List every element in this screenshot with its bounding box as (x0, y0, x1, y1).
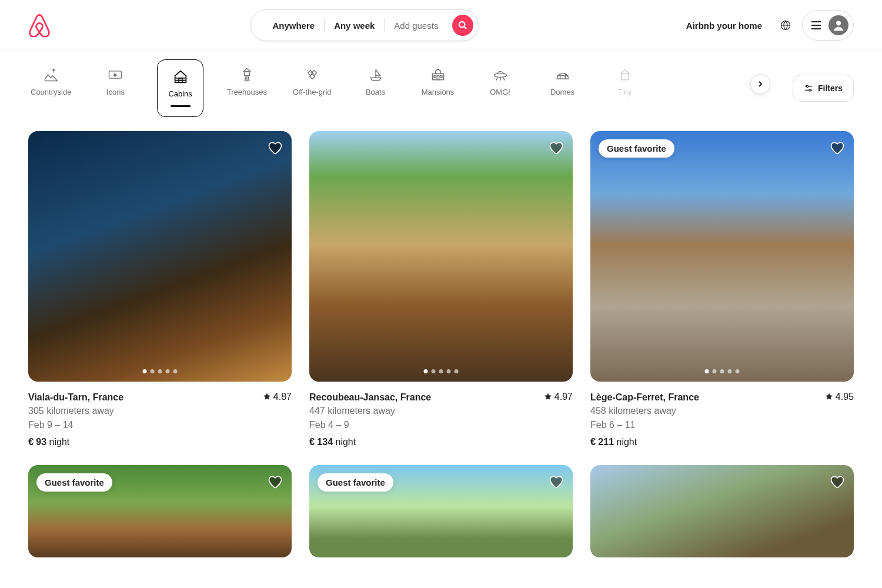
wishlist-button[interactable] (267, 473, 283, 492)
svg-line-27 (503, 78, 505, 80)
category-off-the-grid[interactable]: Off-the-grid (290, 59, 334, 117)
listing-price: € 134 night (309, 435, 573, 449)
airbnb-logo[interactable] (28, 14, 51, 37)
search-when[interactable]: Any week (325, 21, 384, 31)
heart-icon (829, 473, 846, 490)
category-countryside[interactable]: Countryside (28, 59, 74, 117)
listing-photo[interactable] (590, 465, 854, 557)
category-label: Treehouses (227, 88, 267, 96)
listing-location: Viala-du-Tarn, France (28, 390, 123, 404)
svg-point-33 (809, 89, 811, 91)
heart-icon (548, 473, 564, 490)
svg-line-26 (496, 78, 497, 80)
listing-card[interactable]: Guest favorite Lège-Cap-Ferret, France 4… (590, 131, 854, 449)
listing-photo[interactable] (28, 131, 292, 382)
wishlist-button[interactable] (548, 473, 564, 492)
star-icon (263, 392, 271, 400)
listing-rating: 4.87 (263, 390, 292, 403)
listing-location: Recoubeau-Jansac, France (309, 390, 431, 404)
hamburger-icon (811, 21, 821, 29)
listing-distance: 305 kilometers away (28, 404, 292, 417)
dome-icon (554, 66, 571, 83)
ticket-icon (107, 66, 123, 83)
listing-rating: 4.97 (544, 390, 573, 403)
cabin-icon (172, 67, 189, 85)
listings-grid: Viala-du-Tarn, France 4.87 305 kilometer… (0, 117, 882, 572)
globe-icon (780, 20, 791, 31)
category-label: Domes (550, 88, 574, 96)
category-label: Mansions (422, 88, 455, 96)
category-label: OMG! (490, 88, 510, 96)
listing-photo[interactable]: Guest favorite (309, 465, 573, 557)
svg-rect-19 (309, 74, 315, 79)
listing-price: € 93 night (28, 435, 292, 449)
wishlist-button[interactable] (829, 139, 846, 158)
heart-icon (548, 139, 564, 156)
svg-point-31 (806, 85, 808, 87)
guest-favorite-badge: Guest favorite (599, 139, 674, 158)
photo-pagination (424, 369, 459, 373)
search-icon (458, 21, 467, 30)
guest-favorite-badge: Guest favorite (36, 473, 112, 492)
person-icon (832, 19, 845, 32)
svg-rect-17 (308, 71, 313, 76)
svg-point-0 (459, 22, 465, 27)
listing-photo[interactable]: Guest favorite (28, 465, 292, 557)
category-icons[interactable]: Icons (95, 59, 136, 117)
filters-button[interactable]: Filters (793, 75, 854, 102)
header-right: Airbnb your home (679, 10, 854, 41)
svg-rect-29 (621, 74, 628, 80)
user-menu[interactable] (802, 10, 854, 41)
host-link[interactable]: Airbnb your home (679, 14, 769, 38)
category-label: Cabins (168, 89, 192, 98)
ufo-icon (492, 66, 509, 83)
category-scroll-right[interactable] (750, 74, 770, 94)
category-treehouses[interactable]: Treehouses (225, 59, 269, 117)
category-omg[interactable]: OMG! (480, 59, 521, 117)
category-domes[interactable]: Domes (542, 59, 583, 117)
category-cabins[interactable]: Cabins (157, 59, 203, 117)
sliders-icon (804, 83, 813, 93)
svg-rect-22 (434, 76, 436, 78)
search-bar[interactable]: Anywhere Any week Add guests (250, 9, 479, 41)
svg-rect-24 (437, 76, 439, 80)
category-boats[interactable]: Boats (355, 59, 396, 117)
search-who[interactable]: Add guests (385, 21, 447, 31)
listing-card[interactable] (590, 465, 854, 557)
tiny-icon (617, 66, 633, 83)
svg-point-6 (836, 21, 841, 25)
heart-icon (829, 139, 846, 156)
listing-dates: Feb 9 – 14 (28, 418, 292, 432)
listing-card[interactable]: Recoubeau-Jansac, France 4.97 447 kilome… (309, 131, 573, 449)
category-label: Countryside (31, 88, 71, 96)
listing-photo[interactable]: Guest favorite (590, 131, 854, 382)
search-where[interactable]: Anywhere (263, 21, 324, 31)
listing-price: € 211 night (590, 435, 854, 449)
wishlist-button[interactable] (829, 473, 846, 492)
wishlist-button[interactable] (267, 139, 283, 158)
listing-card[interactable]: Guest favorite (28, 465, 292, 557)
listing-distance: 447 kilometers away (309, 404, 573, 417)
category-mansions[interactable]: Mansions (417, 59, 459, 117)
wishlist-button[interactable] (548, 139, 564, 158)
listing-dates: Feb 6 – 11 (590, 418, 854, 432)
category-label: Boats (366, 88, 385, 96)
heart-icon (267, 139, 283, 156)
listing-distance: 458 kilometers away (590, 404, 854, 417)
svg-rect-23 (440, 76, 442, 78)
language-button[interactable] (774, 14, 797, 37)
listing-card[interactable]: Viala-du-Tarn, France 4.87 305 kilometer… (28, 131, 292, 449)
svg-rect-12 (245, 72, 250, 76)
category-list: Countryside Icons Cabins Treehouses Off-… (28, 59, 771, 117)
category-bar: Countryside Icons Cabins Treehouses Off-… (0, 51, 882, 117)
listing-card[interactable]: Guest favorite (309, 465, 573, 557)
category-tiny[interactable]: Tiny (604, 59, 646, 117)
search-button[interactable] (452, 15, 473, 36)
site-header: Anywhere Any week Add guests Airbnb your… (0, 0, 882, 51)
svg-line-1 (464, 26, 466, 29)
listing-photo[interactable] (309, 131, 573, 382)
heart-icon (267, 473, 283, 490)
category-label: Off-the-grid (293, 88, 332, 96)
star-icon (825, 392, 833, 400)
category-label: Icons (106, 88, 125, 96)
